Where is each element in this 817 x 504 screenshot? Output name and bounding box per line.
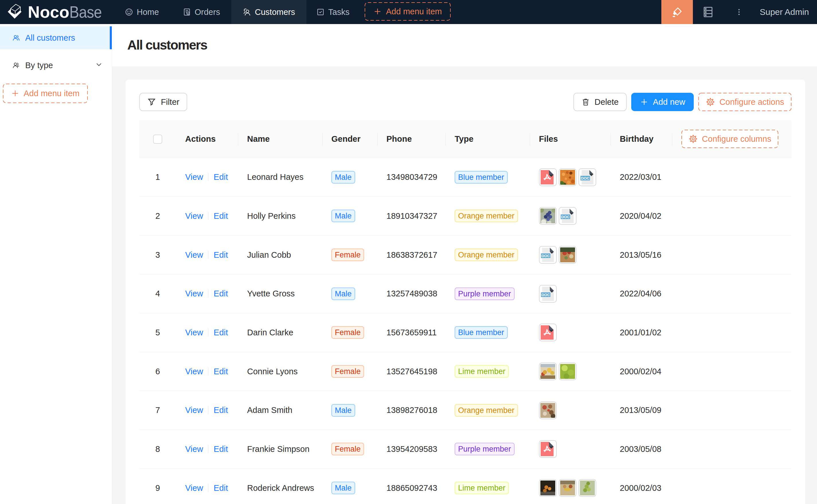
svg-text:DOC: DOC — [541, 254, 550, 258]
svg-text:DOC: DOC — [541, 293, 550, 297]
svg-text:DOC: DOC — [581, 176, 590, 180]
svg-text:DOC: DOC — [561, 215, 570, 219]
